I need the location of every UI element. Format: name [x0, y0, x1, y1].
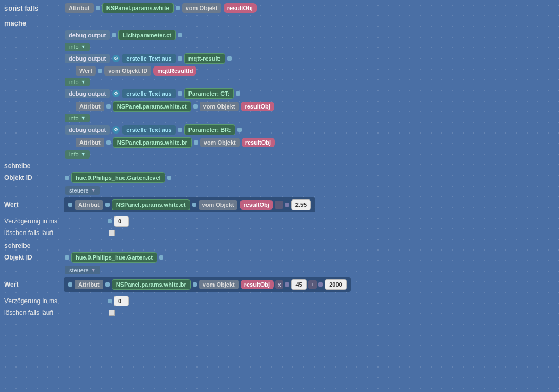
conn1b — [178, 33, 182, 37]
debug-output-1: debug output — [65, 30, 110, 40]
vom-objekt-id-block: vom Objekt ID — [104, 66, 151, 76]
conn1 — [112, 33, 116, 37]
loeschen-row-2: löschen falls läuft — [0, 308, 559, 318]
conn-w2d — [285, 282, 289, 287]
conn4b — [237, 128, 242, 132]
conn-w1c — [192, 203, 196, 207]
conn-vz2 — [108, 299, 112, 303]
conn-w1b — [105, 203, 110, 207]
attribut-block: Attribut — [65, 3, 94, 13]
wert-value-container-2: Attribut NSPanel.params.white.br vom Obj… — [64, 277, 351, 292]
wert-block: Wert — [76, 66, 96, 76]
conn-w2a — [68, 282, 72, 287]
conn-w1a — [68, 203, 72, 207]
steuere-btn-1[interactable]: steuere ▼ — [65, 186, 100, 195]
wert-label-2: Wert — [0, 281, 64, 288]
mache-row: mache — [0, 18, 559, 28]
conn-w2b — [105, 282, 110, 287]
loeschen-checkbox-1[interactable] — [109, 230, 115, 236]
debug-output-3: debug output — [65, 89, 110, 98]
attribut-w2: Attribut — [75, 280, 103, 289]
info-button-3[interactable]: info ▼ — [65, 114, 90, 122]
conn-oid1b — [167, 176, 171, 180]
schreibe-row-2: schreibe — [0, 241, 559, 251]
parameter-ct-block: Parameter: CT: — [184, 88, 234, 99]
lichtparameter-block: Lichtparameter.ct — [118, 30, 176, 40]
info-button-4[interactable]: info ▼ — [65, 150, 90, 159]
debug-row-1: debug output Lichtparameter.ct — [64, 29, 559, 41]
debug-row-3: debug output ⚙ erstelle Text aus Paramet… — [64, 88, 559, 99]
schreibe-section-2: schreibe Objekt ID hue.0.Philips_hue.Gar… — [0, 241, 559, 318]
info-row-4: info ▼ — [64, 149, 559, 159]
verzoegerung-label-2: Verzögerung in ms — [0, 297, 106, 305]
vom-objekt-w1: vom Objekt — [199, 200, 238, 210]
debug-output-4: debug output — [65, 125, 110, 135]
loeschen-checkbox-2[interactable] — [109, 310, 115, 316]
result-obj-3[interactable]: resultObj — [241, 102, 274, 111]
wert-value-container-1: Attribut NSPanel.params.white.ct vom Obj… — [64, 197, 315, 212]
info-button-2[interactable]: info ▼ — [65, 78, 90, 86]
schreibe-label-2: schreibe — [0, 242, 64, 249]
operator-plus: + — [308, 280, 317, 289]
conn-w2e — [318, 282, 323, 287]
erstelle-text-3: erstelle Text aus — [122, 89, 175, 98]
result-obj-w2[interactable]: resultObj — [241, 280, 274, 289]
wert-row-1: Wert Attribut NSPanel.params.white.ct vo… — [0, 196, 559, 213]
verzoegerung-value-1: 0 — [114, 216, 129, 227]
conn3a — [178, 91, 182, 96]
vom-objekt-4: vom Objekt — [200, 138, 240, 147]
operator-div: ÷ — [275, 201, 283, 209]
attribut-3: Attribut — [76, 102, 104, 111]
schreibe-section-1: schreibe Objekt ID hue.0.Philips_hue.Gar… — [0, 161, 559, 238]
gear-icon-3: ⚙ — [112, 126, 120, 134]
vom-objekt-label: vom Objekt — [182, 3, 221, 13]
gear-icon-2: ⚙ — [112, 90, 120, 97]
info-row-1: info ▼ — [64, 42, 559, 52]
debug-section-2: debug output ⚙ erstelle Text aus mqtt-re… — [64, 53, 559, 87]
value-2000: 2000 — [325, 279, 346, 290]
debug-section-4: debug output ⚙ erstelle Text aus Paramet… — [64, 124, 559, 159]
info-button-1[interactable]: info ▼ — [65, 43, 90, 51]
conn3c — [106, 104, 111, 109]
result-obj-4[interactable]: resultObj — [242, 138, 275, 147]
loeschen-label-1: löschen falls läuft — [0, 229, 106, 237]
conn3b — [236, 91, 240, 96]
ns-panel-white-block: NSPanel.params.white — [102, 3, 174, 13]
objekt-id-row-1: Objekt ID hue.0.Philips_hue.Garten.level — [0, 171, 559, 185]
debug-row-4b: Attribut NSPanel.params.white.br vom Obj… — [75, 137, 559, 148]
vom-objekt-3: vom Objekt — [200, 102, 239, 111]
result-obj-pink[interactable]: resultObj — [224, 3, 257, 13]
ns-panel-ct-block: NSPanel.params.white.ct — [113, 101, 191, 112]
schreibe-label-1: schreibe — [0, 162, 64, 170]
erstelle-text-2: erstelle Text aus — [122, 54, 175, 63]
ns-panel-br-block: NSPanel.params.white.br — [113, 137, 192, 148]
gear-icon-1: ⚙ — [112, 55, 120, 62]
conn-w1d — [285, 203, 289, 207]
debug-output-2: debug output — [65, 54, 110, 63]
verzoegerung-row-1: Verzögerung in ms 0 — [0, 214, 559, 228]
conn-oid2b — [159, 255, 163, 260]
ns-panel-br-w2: NSPanel.params.white.br — [112, 279, 191, 290]
loeschen-label-2: löschen falls läuft — [0, 309, 106, 316]
conn3d — [193, 104, 198, 109]
operator-x: x — [275, 280, 284, 289]
ns-panel-ct-w1: NSPanel.params.white.ct — [112, 199, 190, 210]
info-row-3: info ▼ — [64, 113, 559, 123]
schreibe-row-1: schreibe — [0, 161, 559, 171]
divisor-value: 2.55 — [291, 199, 311, 210]
mqtt-result-id-block[interactable]: mqttResultId — [153, 66, 196, 76]
steuere-row-2: steuere ▼ — [0, 264, 559, 276]
value-45: 45 — [291, 279, 306, 290]
wert-row-2: Wert Attribut NSPanel.params.white.br vo… — [0, 276, 559, 293]
result-obj-w1[interactable]: resultObj — [240, 200, 273, 210]
loeschen-row-1: löschen falls läuft — [0, 228, 559, 238]
attribut-4: Attribut — [76, 138, 104, 147]
conn2c — [98, 69, 102, 73]
debug-row-4: debug output ⚙ erstelle Text aus Paramet… — [64, 124, 559, 136]
debug-row-2b: Wert vom Objekt ID mqttResultId — [75, 65, 559, 76]
attribut-w1: Attribut — [75, 200, 103, 210]
objekt-id-value-2: hue.0.Philips_hue.Garten.ct — [71, 252, 157, 263]
objekt-id-row-2: Objekt ID hue.0.Philips_hue.Garten.ct — [0, 251, 559, 264]
debug-section-1: debug output Lichtparameter.ct info ▼ — [64, 29, 559, 52]
steuere-btn-2[interactable]: steuere ▼ — [65, 266, 100, 274]
